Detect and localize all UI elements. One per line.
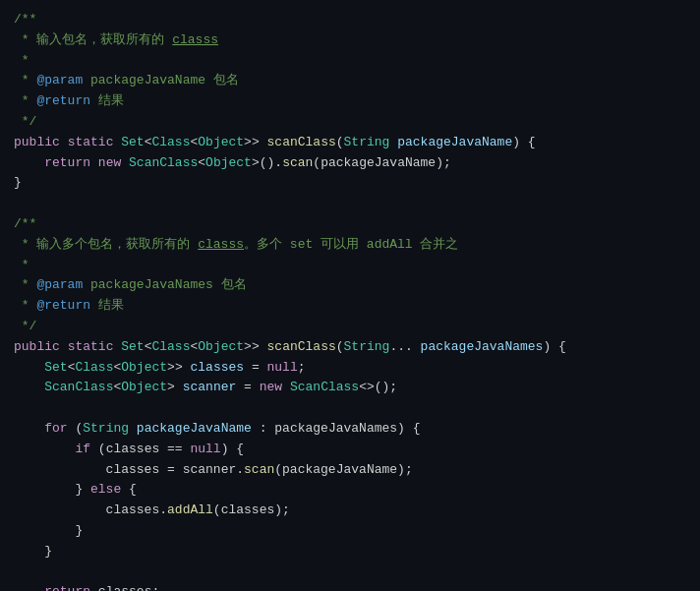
code-line-15: * @return 结果 bbox=[14, 296, 690, 317]
code-line-18: Set<Class<Object>> classes = null; bbox=[14, 358, 690, 379]
code-line-26: } bbox=[14, 521, 690, 542]
code-line-21: for (String packageJavaName : packageJav… bbox=[14, 419, 690, 440]
code-line-24: } else { bbox=[14, 480, 690, 501]
code-editor: /** * 输入包名，获取所有的 classs * * @param packa… bbox=[0, 0, 700, 591]
code-line-16: */ bbox=[14, 317, 690, 337]
code-line-10 bbox=[14, 194, 690, 214]
code-line-22: if (classes == null) { bbox=[14, 440, 690, 460]
code-line-20 bbox=[14, 398, 690, 419]
code-line-23: classes = scanner.scan(packageJavaName); bbox=[14, 460, 690, 481]
code-line-4: * @param packageJavaName 包名 bbox=[14, 71, 690, 91]
code-line-13: * bbox=[14, 256, 690, 276]
code-line-19: ScanClass<Object> scanner = new ScanClas… bbox=[14, 378, 690, 398]
code-line-7: public static Set<Class<Object>> scanCla… bbox=[14, 133, 690, 153]
code-line-25: classes.addAll(classes); bbox=[14, 501, 690, 521]
code-line-12: * 输入多个包名，获取所有的 classs。多个 set 可以用 addAll … bbox=[14, 235, 690, 256]
code-line-8: return new ScanClass<Object>().scan(pack… bbox=[14, 153, 690, 174]
code-line-6: */ bbox=[14, 112, 690, 133]
code-line-9: } bbox=[14, 173, 690, 194]
code-line-14: * @param packageJavaNames 包名 bbox=[14, 275, 690, 296]
code-line-3: * bbox=[14, 51, 690, 72]
code-line-17: public static Set<Class<Object>> scanCla… bbox=[14, 337, 690, 358]
code-line-1: /** bbox=[14, 10, 690, 30]
code-line-27: } bbox=[14, 542, 690, 562]
code-line-29: return classes; bbox=[14, 582, 690, 591]
code-line-28 bbox=[14, 562, 690, 583]
code-line-2: * 输入包名，获取所有的 classs bbox=[14, 30, 690, 51]
code-line-5: * @return 结果 bbox=[14, 91, 690, 112]
code-line-11: /** bbox=[14, 214, 690, 235]
